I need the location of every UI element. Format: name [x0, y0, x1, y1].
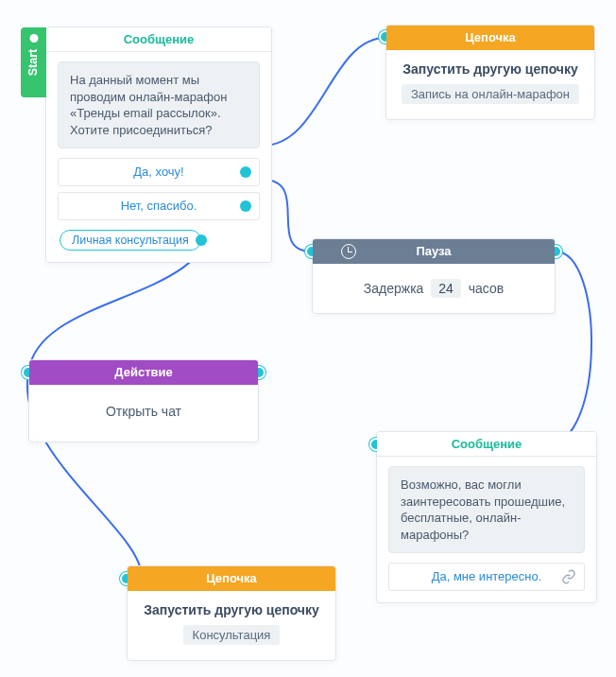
node-header-message: Сообщение [46, 27, 271, 52]
start-label: Start [27, 49, 41, 76]
option-interested[interactable]: Да, мне интересно. [388, 563, 585, 591]
node-message-followup[interactable]: Сообщение Возможно, вас могли заинтересо… [376, 431, 597, 603]
clock-icon [341, 244, 356, 259]
option-no[interactable]: Нет, спасибо. [58, 192, 260, 220]
chain-chip: Запись на онлайн-марафон [402, 84, 579, 104]
node-message-start[interactable]: Start Сообщение На данный момент мы пров… [45, 26, 272, 263]
node-header-message: Сообщение [377, 432, 596, 457]
chain-chip: Консультация [183, 625, 281, 645]
node-chain-signup[interactable]: Цепочка Запустить другую цепочку Запись … [385, 25, 595, 120]
message-text: Возможно, вас могли заинтересовать проше… [388, 466, 585, 553]
link-icon [561, 569, 576, 584]
connector-dot[interactable] [240, 200, 251, 212]
start-tab: Start [21, 27, 46, 97]
message-text: На данный момент мы проводим онлайн-мара… [58, 61, 260, 148]
node-header-action: Действие [29, 360, 258, 385]
node-header-chain: Цепочка [128, 566, 335, 591]
chain-title: Запустить другую цепочку [400, 61, 581, 77]
chain-title: Запустить другую цепочку [141, 602, 322, 617]
pause-body: Задержка 24 часов [313, 264, 555, 313]
option-yes[interactable]: Да, хочу! [58, 158, 260, 186]
node-header-pause: Пауза [313, 239, 555, 264]
connector-dot[interactable] [240, 166, 251, 178]
node-action[interactable]: Действие Открыть чат [28, 359, 259, 443]
action-text: Открыть чат [29, 385, 258, 442]
connector-dot[interactable] [196, 234, 207, 246]
pill-consultation[interactable]: Личная консультация [60, 230, 201, 251]
node-chain-consult[interactable]: Цепочка Запустить другую цепочку Консуль… [127, 565, 336, 661]
node-pause[interactable]: Пауза Задержка 24 часов [312, 238, 556, 314]
node-header-chain: Цепочка [386, 26, 594, 50]
pause-value: 24 [431, 279, 461, 298]
